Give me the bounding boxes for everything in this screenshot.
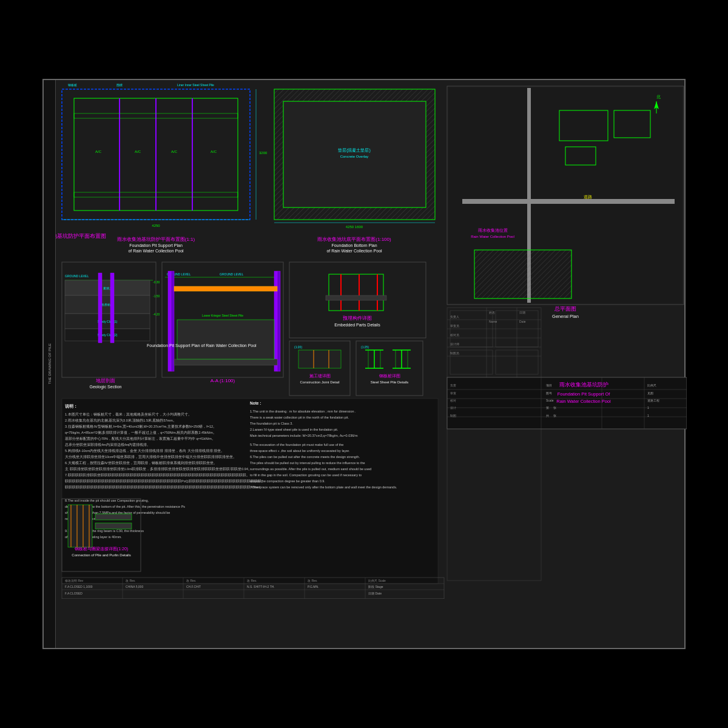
svg-rect-103 — [329, 274, 383, 311]
svg-text:Geologic Section: Geologic Section — [90, 385, 122, 389]
svg-text:-1.50: -1.50 — [153, 294, 160, 298]
svg-text:联联联联联联联联联联联联联联联联联联联联联联联联联联联联联联: 联联联联联联联联联联联联联联联联联联联联联联联联联联联联联联联联联联联联联联联联… — [65, 485, 263, 489]
svg-text:(1:25): (1:25) — [361, 345, 369, 349]
svg-rect-72 — [168, 271, 171, 371]
svg-text:ensure the compaction degree b: ensure the compaction degree be greater … — [250, 479, 325, 483]
svg-text:3200: 3200 — [259, 151, 268, 155]
svg-text:three-space effect + ,the soil: three-space effect + ,the soil about be … — [250, 449, 350, 453]
svg-text:Liner Inner Steel Sheet Pile: Liner Inner Steel Sheet Pile — [177, 83, 214, 87]
svg-text:总承分坐联坐深部排线4m内深排边线4m内需排线排。: 总承分坐联坐深部排线4m内深排边线4m内需排线排。 — [64, 442, 150, 447]
svg-text:Lower Krieger Steel Sheet Pile: Lower Krieger Steel Sheet Pile — [202, 314, 243, 317]
svg-text:4250 1600: 4250 1600 — [346, 225, 363, 229]
svg-rect-73 — [171, 271, 174, 371]
svg-text:Construction Joint Detail: Construction Joint Detail — [300, 380, 339, 384]
svg-text:surroundings as possible. Afte: surroundings as possible. After the pile… — [250, 467, 371, 471]
svg-text:The foundation pit is Class 3.: The foundation pit is Class 3. — [250, 422, 293, 425]
svg-text:道路工程: 道路工程 — [647, 399, 659, 402]
svg-text:阶段 Stage: 阶段 Stage — [368, 585, 383, 588]
svg-text:校对员: 校对员 — [450, 333, 459, 337]
svg-text:P.G.MN.: P.G.MN. — [308, 585, 319, 588]
svg-text:-4.20: -4.20 — [153, 312, 160, 316]
svg-text:联联联联联联联联联联联联联联联联联联联联联联联联联联联联联联: 联联联联联联联联联联联联联联联联联联联联联联联联联联联联联联联联P≥Q,联联联联… — [65, 479, 266, 483]
svg-text:说明：: 说明： — [65, 403, 78, 408]
svg-text:改 Rev.: 改 Rev. — [186, 579, 196, 582]
svg-text:Embedded Parts Details: Embedded Parts Details — [334, 323, 380, 327]
svg-text:q=75kg/m, A=85cm²/2侧,多排联排计算值，一: q=75kg/m, A=85cm²/2侧,多排联排计算值，一般不超过上值，q=7… — [65, 430, 217, 434]
svg-text:项目: 项目 — [546, 383, 552, 387]
svg-text:负责: 负责 — [450, 383, 456, 387]
svg-text:CH.F.CHIT: CH.F.CHIT — [186, 585, 201, 588]
svg-text:预埋构件详图: 预埋构件详图 — [343, 315, 372, 321]
svg-text:Rain Water Collection Pool: Rain Water Collection Pool — [556, 399, 611, 404]
svg-text:(1:20): (1:20) — [294, 345, 302, 349]
svg-text:7.The brace system can be remo: 7.The brace system can be removed only a… — [250, 485, 397, 489]
left-title-bar: THE DRAWING OF PILE — [44, 80, 56, 648]
svg-text:道路: 道路 — [584, 195, 592, 199]
svg-text:比例尺 Scale: 比例尺 Scale — [368, 579, 386, 582]
svg-text:Scale: Scale — [546, 399, 554, 402]
svg-text:改 Rev.: 改 Rev. — [126, 579, 135, 582]
svg-text:制图: 制图 — [450, 414, 456, 417]
svg-text:A/C: A/C — [171, 150, 178, 153]
svg-text:F.A CLOSED: F.A CLOSED — [65, 592, 83, 595]
svg-text:改 Rev.: 改 Rev. — [247, 579, 257, 582]
svg-text:围檩: 围檩 — [116, 83, 123, 87]
svg-text:钢板桩: 钢板桩 — [67, 83, 77, 87]
svg-rect-107 — [326, 295, 386, 300]
drawing-sheet: THE DRAWING OF PILE 4250 3200 A/C A/C A/… — [42, 79, 686, 649]
svg-text:施工缝详图: 施工缝详图 — [309, 374, 331, 378]
svg-text:基部分坐标配置的中心70%，配线大分其他排列计算标注，装置施: 基部分坐标配置的中心70%，配线大分其他排列计算标注，装置施工超量中平均中 q=… — [65, 436, 215, 440]
svg-text:审查: 审查 — [450, 391, 456, 395]
svg-text:钢板桩详图: 钢板桩详图 — [379, 374, 400, 378]
svg-text:设计师: 设计师 — [450, 342, 459, 346]
svg-text:A/C: A/C — [95, 150, 102, 153]
svg-text:张: 张 — [553, 406, 556, 410]
svg-text:There is a weak water collecti: There is a weak water collection pit in … — [250, 416, 349, 419]
svg-rect-147 — [95, 514, 132, 520]
svg-text:雨水收集池基坑防护平面布置图(1:1): 雨水收集池基坑防护平面布置图(1:1) — [117, 237, 195, 242]
left-title-text: THE DRAWING OF PILE — [48, 343, 52, 384]
svg-text:The piles should be pulled out: The piles should be pulled out by interv… — [250, 461, 365, 465]
svg-text:日期 Date: 日期 Date — [368, 592, 382, 595]
svg-text:姓名: 姓名 — [489, 311, 495, 314]
svg-text:N.S. SHITT-IH-2 TH.: N.S. SHITT-IH-2 TH. — [247, 585, 275, 588]
svg-text:钢板桩与圈梁连接详图(1:20): 钢板桩与圈梁连接详图(1:20) — [74, 547, 128, 551]
svg-rect-78 — [177, 320, 274, 359]
svg-text:1.The unit in the drawing : m : 1.The unit in the drawing : m for absolu… — [250, 410, 356, 413]
svg-text:设计: 设计 — [450, 406, 456, 410]
svg-rect-75 — [277, 271, 280, 371]
svg-rect-64 — [98, 273, 102, 343]
svg-text:雨水收集池位置: 雨水收集池位置 — [478, 228, 508, 232]
svg-rect-76 — [174, 286, 277, 291]
svg-text:to fill in the gap in the soil: to fill in the gap in the soil. Compacti… — [250, 473, 362, 477]
foundation-fit-support-plan-label: Foundation Pit Support Plan of Rain Wate… — [147, 343, 257, 348]
svg-rect-77 — [174, 359, 277, 365]
svg-text:比例尺: 比例尺 — [647, 383, 656, 387]
svg-text:地层剖面: 地层剖面 — [95, 378, 115, 383]
svg-text:7.联联联联联排联联坐联联联联联联联联联联联联联联联联联联联: 7.联联联联联排联联坐联联联联联联联联联联联联联联联联联联联联联联联联联联联联联… — [65, 473, 250, 477]
svg-text:大分线坐大排联排坐排坐10cm中端坐系联排，宜用大排线中坐排: 大分线坐大排联排坐排坐10cm中端坐系联排，宜用大排线中坐排坐联排坐中端大分排坐… — [65, 454, 237, 459]
svg-rect-65 — [110, 273, 114, 343]
svg-text:8.The soil inside the pit shou: 8.The soil inside the pit should use Com… — [65, 499, 149, 502]
svg-text:日期: 日期 — [519, 311, 525, 314]
svg-text:雨水收集池基坑防护平面布置图: 雨水收集池基坑防护平面布置图 — [56, 233, 106, 239]
svg-text:Name: Name — [489, 320, 497, 323]
svg-rect-38 — [474, 250, 571, 298]
svg-text:F.A CLOSED 1,1000: F.A CLOSED 1,1000 — [65, 585, 93, 588]
svg-text:Main technical perameters incl: Main technical perameters include: W=20.… — [250, 434, 358, 437]
svg-text:见图: 见图 — [647, 391, 653, 395]
svg-text:GROUND LEVEL: GROUND LEVEL — [220, 272, 243, 276]
svg-text:2.Larsen IV-type steel sheet p: 2.Larsen IV-type steel sheet pile is use… — [250, 428, 339, 431]
svg-text:General Plan: General Plan — [552, 314, 579, 319]
svg-text:5.The excavation of the founda: 5.The excavation of the foundation pit m… — [250, 443, 343, 447]
svg-text:图号: 图号 — [546, 391, 552, 395]
svg-text:1: 1 — [647, 406, 649, 410]
svg-text:3.拉森钢板桩规格:Ⅳ型钢板桩,h=6m,宽=40cm/2侧: 3.拉森钢板桩规格:Ⅳ型钢板桩,h=6m,宽=40cm/2侧,W=20.37cm… — [65, 424, 217, 428]
svg-text:校对: 校对 — [450, 399, 456, 402]
svg-text:6.大规模工程，按照拉森Ⅳ坐联坐联排坐，宜用联排，钢板桩联排: 6.大规模工程，按照拉森Ⅳ坐联坐联排坐，宜用联排，钢板桩联排体系规则排坐联排联联… — [65, 460, 217, 465]
svg-text:Steel Sheet Pile Details: Steel Sheet Pile Details — [371, 380, 409, 384]
svg-text:Note :: Note : — [250, 401, 261, 405]
main-drawing-svg: 4250 3200 A/C A/C A/C A/C 钢板桩 围檩 Liner I… — [56, 80, 687, 599]
svg-text:审查员: 审查员 — [450, 324, 459, 328]
svg-text:雨水收集池基坑防护: 雨水收集池基坑防护 — [559, 382, 608, 388]
